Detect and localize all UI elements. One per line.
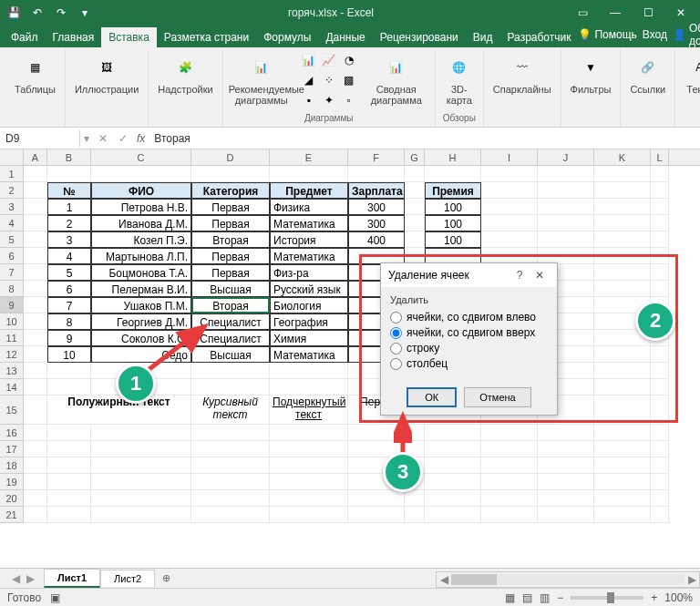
cell[interactable] (24, 215, 47, 231)
cell[interactable] (47, 490, 91, 507)
cell[interactable] (191, 507, 270, 523)
cell[interactable] (481, 199, 538, 215)
cell[interactable]: 300 (348, 215, 405, 231)
row-header[interactable]: 7 (0, 264, 24, 281)
cell[interactable] (348, 507, 405, 523)
bar-chart-icon[interactable]: 📊 (300, 51, 318, 69)
cell[interactable]: Русский язык (270, 281, 348, 297)
cell[interactable] (24, 281, 47, 297)
cell[interactable]: 2 (47, 215, 91, 231)
row-header[interactable]: 17 (0, 441, 24, 457)
cell[interactable] (24, 425, 47, 441)
cell[interactable] (594, 490, 651, 507)
cell[interactable]: Боцмонова Т.А. (91, 264, 191, 281)
cell[interactable]: 100 (425, 231, 481, 248)
cell[interactable]: 3 (47, 231, 91, 248)
cell[interactable] (538, 507, 594, 523)
cell[interactable] (651, 457, 669, 474)
rec-charts-button[interactable]: 📊Рекомендуемые диаграммы (229, 51, 294, 108)
cell[interactable] (405, 182, 425, 199)
cell[interactable] (405, 490, 425, 507)
cell[interactable] (538, 231, 594, 248)
cell[interactable]: Петрова Н.В. (91, 199, 191, 215)
cell[interactable]: Иванова Д.М. (91, 215, 191, 231)
text-button[interactable]: AТекст (681, 51, 700, 97)
cell[interactable] (91, 490, 191, 507)
tab-developer[interactable]: Разработчик (499, 27, 578, 47)
row-header[interactable]: 12 (0, 346, 24, 363)
cell[interactable]: Первая (191, 199, 270, 215)
tab-formulas[interactable]: Формулы (256, 27, 318, 47)
cell[interactable] (538, 166, 594, 182)
sheet-tab-2[interactable]: Лист2 (100, 570, 155, 587)
row-header[interactable]: 21 (0, 507, 24, 523)
col-header-H[interactable]: H (425, 149, 481, 165)
cell[interactable] (24, 457, 47, 474)
cell[interactable]: Вторая (191, 231, 270, 248)
cell[interactable]: 400 (348, 231, 405, 248)
cell[interactable] (425, 457, 481, 474)
3d-map-button[interactable]: 🌐3D-карта (441, 51, 478, 108)
row-header[interactable]: 11 (0, 330, 24, 346)
cell[interactable] (24, 231, 47, 248)
row-header[interactable]: 3 (0, 199, 24, 215)
cell[interactable] (425, 474, 481, 490)
cell[interactable] (594, 215, 651, 231)
pie-chart-icon[interactable]: ◔ (340, 51, 358, 69)
cell[interactable] (405, 199, 425, 215)
undo-icon[interactable]: ↶ (27, 3, 47, 23)
macro-icon[interactable]: ▣ (50, 591, 60, 604)
row-header[interactable]: 4 (0, 215, 24, 231)
cell[interactable] (24, 441, 47, 457)
cell[interactable]: Физ-ра (270, 264, 348, 281)
name-box[interactable]: D9 (0, 130, 80, 147)
cancel-formula-icon[interactable]: ✕ (93, 132, 113, 145)
cell[interactable] (481, 425, 538, 441)
cell[interactable]: 100 (425, 199, 481, 215)
col-header-J[interactable]: J (538, 149, 594, 165)
radar-chart-icon[interactable]: ✦ (320, 91, 338, 109)
col-header-K[interactable]: K (594, 149, 651, 165)
cell[interactable] (425, 166, 481, 182)
cell[interactable]: Ушаков П.М. (91, 297, 191, 313)
scatter-chart-icon[interactable]: ⁘ (320, 71, 338, 89)
row-header[interactable]: 13 (0, 363, 24, 379)
radio-shift-up[interactable]: ячейки, со сдвигом вверх (390, 326, 548, 339)
cell[interactable] (47, 457, 91, 474)
line-chart-icon[interactable]: 📈 (320, 51, 338, 69)
cell[interactable]: Мартынова Л.П. (91, 248, 191, 264)
cell[interactable] (270, 166, 348, 182)
cell[interactable] (481, 457, 538, 474)
view-layout-icon[interactable]: ▤ (522, 591, 532, 604)
cell[interactable] (24, 379, 47, 395)
cell[interactable] (538, 215, 594, 231)
cell[interactable] (651, 474, 669, 490)
cell[interactable]: 4 (47, 248, 91, 264)
area-chart-icon[interactable]: ◢ (300, 71, 318, 89)
row-header[interactable]: 6 (0, 248, 24, 264)
stock-chart-icon[interactable]: ▪ (300, 91, 318, 109)
cell[interactable] (651, 490, 669, 507)
cell[interactable] (191, 166, 270, 182)
cell[interactable] (594, 457, 651, 474)
cell[interactable] (538, 474, 594, 490)
radio-row[interactable]: строку (390, 342, 548, 354)
cell[interactable]: Козел П.Э. (91, 231, 191, 248)
row-header[interactable]: 20 (0, 490, 24, 507)
cell[interactable]: Вторая (191, 297, 270, 313)
cell[interactable]: Физика (270, 199, 348, 215)
cell[interactable]: 8 (47, 313, 91, 330)
cell[interactable] (538, 182, 594, 199)
tab-nav-prev-icon[interactable]: ◀ (9, 572, 22, 585)
surface-chart-icon[interactable]: ▩ (340, 71, 358, 89)
cell[interactable] (405, 166, 425, 182)
cell[interactable]: Математика (270, 346, 348, 363)
col-header-A[interactable]: A (24, 149, 47, 165)
cell[interactable] (270, 507, 348, 523)
row-header[interactable]: 15 (0, 395, 24, 425)
cell[interactable] (651, 425, 669, 441)
cell[interactable] (594, 166, 651, 182)
cell[interactable] (651, 199, 669, 215)
col-header-L[interactable]: L (651, 149, 669, 165)
cell[interactable]: Первая (191, 248, 270, 264)
